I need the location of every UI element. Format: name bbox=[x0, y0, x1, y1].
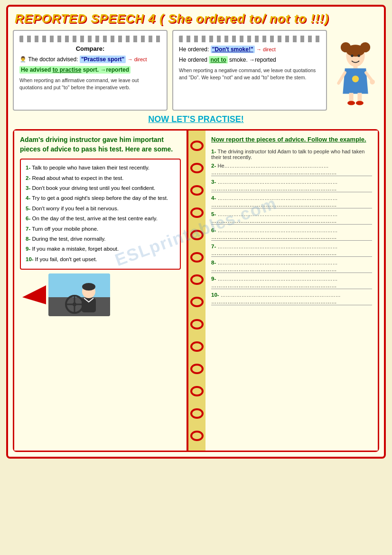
advice-item-4: 4- Try to get a good night's sleep befor… bbox=[26, 194, 175, 202]
answer-text-9: …………………………………………………………… bbox=[217, 276, 337, 282]
card2-note: When reporting a negative command, we le… bbox=[179, 67, 320, 81]
answer-line-8: …………………………………………………………… bbox=[211, 266, 372, 273]
answer-text-1: The driving instructor told Adam to talk… bbox=[211, 149, 364, 160]
answer-num-8: 8- bbox=[211, 260, 216, 265]
advice-num-3: 3- bbox=[26, 185, 30, 191]
svg-point-13 bbox=[347, 101, 355, 105]
spiral-ring-7 bbox=[190, 274, 204, 285]
answer-num-2: 2- bbox=[211, 163, 216, 169]
advice-num-10: 10- bbox=[26, 256, 34, 262]
answer-text-5: …………………………………………………………… bbox=[217, 211, 337, 217]
svg-rect-6 bbox=[354, 65, 358, 68]
spiral-ring-6 bbox=[190, 252, 204, 263]
svg-point-14 bbox=[356, 101, 364, 105]
advice-item-7: 7- Turn off your mobile phone. bbox=[26, 225, 175, 233]
advice-box: 1- Talk to people who have taken their t… bbox=[20, 159, 181, 270]
answer-num-9: 9- bbox=[211, 276, 216, 282]
spiral-ring-8 bbox=[190, 297, 204, 307]
svg-point-3 bbox=[346, 45, 364, 56]
spiral-ring-2 bbox=[190, 163, 204, 173]
answer-item-2: 2- He…………………………………………………… ……………………………………… bbox=[211, 163, 372, 176]
right-column: Now report the pieces of advice. Follow … bbox=[205, 131, 378, 451]
answer-text-2: He…………………………………………………… bbox=[217, 163, 328, 169]
answer-line-6: …………………………………………………………… bbox=[211, 234, 372, 241]
answer-item-1: 1- The driving instructor told Adam to t… bbox=[211, 149, 372, 160]
answer-line-7: …………………………………………………………… bbox=[211, 250, 372, 257]
driving-photo bbox=[48, 273, 110, 316]
girl-illustration bbox=[332, 30, 379, 111]
advice-num-1: 1- bbox=[26, 165, 30, 170]
advice-num-8: 8- bbox=[26, 236, 30, 242]
speech-arrow-svg bbox=[20, 283, 48, 307]
svg-marker-15 bbox=[22, 285, 46, 304]
left-header: Adam's driving instructor gave him impor… bbox=[20, 135, 181, 154]
advice-text-9: If you make a mistake, forget about. bbox=[32, 246, 119, 252]
card2: He ordered: "Don't smoke!" → direct He o… bbox=[172, 30, 327, 111]
svg-point-7 bbox=[352, 75, 359, 82]
advice-item-6: 6- On the day of the test, arrive at the… bbox=[26, 214, 175, 223]
answer-item-4: 4- …………………………………………………………… …………………………………… bbox=[211, 195, 372, 208]
answer-item-6: 6- …………………………………………………………… …………………………………… bbox=[211, 227, 372, 241]
advice-item-10: 10- If you fail, don't get upset. bbox=[26, 255, 175, 263]
spiral-ring-5 bbox=[190, 230, 204, 240]
advice-item-2: 2- Read about what to expect in the test… bbox=[26, 174, 175, 182]
spiral-ring-13 bbox=[190, 408, 204, 419]
answer-text-10: …………………………………………………………… bbox=[221, 292, 341, 298]
svg-rect-16 bbox=[48, 273, 110, 297]
advice-text-8: During the test, drive normally. bbox=[32, 236, 105, 242]
answer-text-7: …………………………………………………………… bbox=[217, 244, 337, 249]
answer-text-3: …………………………………………………………… bbox=[217, 179, 337, 185]
page-wrapper: ESLprintables.com REPORTED SPEECH 4 ( Sh… bbox=[6, 5, 386, 459]
answer-num-7: 7- bbox=[211, 244, 216, 249]
advice-text-10: If you fail, don't get upset. bbox=[35, 256, 97, 262]
advice-text-4: Try to get a good night's sleep before t… bbox=[32, 195, 168, 201]
advice-text-2: Read about what to expect in the test. bbox=[32, 175, 123, 181]
advice-item-5: 5- Don't worry if you feel a bit nervous… bbox=[26, 204, 175, 213]
card2-line1-quote: "Don't smoke!" bbox=[211, 46, 255, 53]
card2-line1-tag: → direct bbox=[256, 47, 276, 52]
svg-point-5 bbox=[357, 55, 360, 57]
card1-line2: He advised to practise sport. →reported bbox=[19, 66, 161, 74]
photo-area bbox=[20, 273, 181, 316]
answer-num-3: 3- bbox=[211, 179, 216, 185]
card1-title: Compare: bbox=[19, 45, 161, 52]
card1-note: When reporting an affirmative command, w… bbox=[19, 77, 161, 91]
advice-text-5: Don't worry if you feel a bit nervous. bbox=[32, 206, 118, 211]
card1-line1: 👨‍⚕️ The doctor advised: "Practise sport… bbox=[19, 55, 161, 64]
advice-item-8: 8- During the test, drive normally. bbox=[26, 235, 175, 243]
answer-num-10: 10- bbox=[211, 292, 219, 298]
answer-line-10: …………………………………………………………… bbox=[211, 299, 372, 305]
advice-num-6: 6- bbox=[26, 216, 30, 221]
top-section: Compare: 👨‍⚕️ The doctor advised: "Pract… bbox=[13, 30, 379, 111]
card2-line2-label: He ordered bbox=[179, 56, 207, 63]
answer-line-4: …………………………………………………………… bbox=[211, 202, 372, 208]
spiral-ring-1 bbox=[190, 141, 204, 151]
answer-num-4: 4- bbox=[211, 195, 216, 201]
svg-rect-24 bbox=[82, 298, 96, 312]
advice-item-1: 1- Talk to people who have taken their t… bbox=[26, 163, 175, 172]
answer-item-7: 7- …………………………………………………………… …………………………………… bbox=[211, 244, 372, 257]
spiral-ring-14 bbox=[190, 431, 204, 441]
answer-item-8: 8- …………………………………………………………… …………………………………… bbox=[211, 260, 372, 273]
bottom-section: Adam's driving instructor gave him impor… bbox=[13, 129, 379, 452]
girl-svg bbox=[334, 35, 377, 111]
answer-item-3: 3- …………………………………………………………… …………………………………… bbox=[211, 179, 372, 192]
answer-line-5: …………………………………………………………… bbox=[211, 218, 372, 225]
left-column: Adam's driving instructor gave him impor… bbox=[14, 131, 188, 451]
card1-line1-label: The doctor advised: bbox=[28, 56, 78, 63]
svg-point-10 bbox=[370, 79, 375, 85]
card2-line2-rest: smoke. →reported bbox=[229, 56, 276, 63]
card1: Compare: 👨‍⚕️ The doctor advised: "Pract… bbox=[13, 30, 168, 111]
answer-item-5: 5- …………………………………………………………… …………………………………… bbox=[211, 211, 372, 225]
answer-text-8: …………………………………………………………… bbox=[217, 260, 337, 265]
spiral-ring-3 bbox=[190, 185, 204, 196]
advice-num-2: 2- bbox=[26, 175, 30, 181]
card1-doctor-icon: 👨‍⚕️ bbox=[19, 56, 27, 63]
advice-text-7: Turn off your mobile phone. bbox=[32, 226, 98, 232]
answer-item-9: 9- …………………………………………………………… …………………………………… bbox=[211, 276, 372, 289]
card1-line1-quote: "Practise sport" bbox=[80, 56, 126, 63]
card1-line1-tag: → direct bbox=[128, 56, 147, 62]
page-title: REPORTED SPEECH 4 ( She ordered to/ not … bbox=[13, 11, 379, 26]
spiral-ring-4 bbox=[190, 207, 204, 218]
answer-line-3: …………………………………………………………… bbox=[211, 186, 372, 192]
